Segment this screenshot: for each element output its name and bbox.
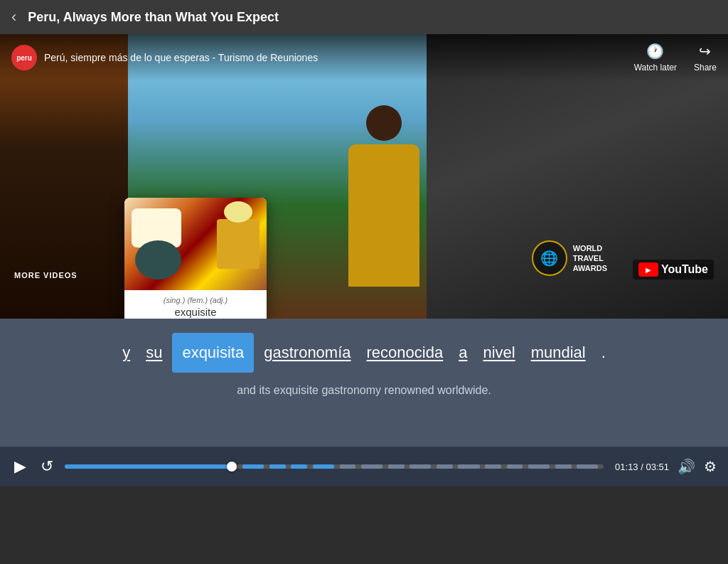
youtube-logo: ▶ YouTube	[633, 260, 714, 280]
tooltip-grammar: (sing.) (fem.) (adj.)	[130, 296, 261, 304]
watch-later-label: Watch later	[634, 63, 677, 73]
share-label: Share	[694, 63, 717, 73]
video-person	[341, 105, 427, 283]
video-title-overlay: Perú, siempre más de lo que esperas - Tu…	[44, 52, 634, 63]
food-small	[224, 201, 252, 223]
page-title: Peru, Always More than What You Expect	[28, 10, 279, 25]
subtitle-spanish-line: y su exquisita gastronomía reconocida a …	[0, 333, 728, 373]
youtube-play-icon: ▶	[638, 262, 658, 277]
back-button[interactable]: ‹	[11, 8, 16, 26]
controls-bar: ▶ ↺ 01:13 / 03:51 🔊 ⚙	[0, 447, 728, 486]
subtitle-word-reconocida[interactable]: reconocida	[361, 336, 449, 370]
person-body	[348, 144, 419, 287]
total-time: 03:51	[646, 462, 669, 472]
tooltip-label-area: (sing.) (fem.) (adj.) exquisite	[124, 290, 267, 319]
time-display: 01:13 / 03:51	[615, 462, 669, 472]
tooltip-image	[124, 198, 267, 290]
subtitle-word-exquisita[interactable]: exquisita	[172, 333, 254, 373]
wta-globe-icon: 🌐	[532, 240, 567, 276]
watch-later-button[interactable]: 🕐 Watch later	[634, 43, 677, 73]
progress-bar[interactable]	[65, 464, 604, 469]
share-icon: ↪	[699, 43, 711, 60]
share-button[interactable]: ↪ Share	[694, 43, 717, 73]
wta-text: WORLDTRAVELAWARDS	[573, 243, 607, 274]
tooltip-word: exquisite	[130, 306, 261, 318]
subtitle-english-translation: and its exquisite gastronomy renowned wo…	[0, 384, 728, 397]
food-fries	[217, 219, 259, 269]
settings-button[interactable]: ⚙	[704, 458, 717, 475]
subtitle-area: y su exquisita gastronomía reconocida a …	[0, 319, 728, 447]
current-time: 01:13	[615, 462, 638, 472]
replay-button[interactable]: ↺	[38, 454, 56, 479]
subtitle-word-mundial[interactable]: mundial	[525, 336, 592, 370]
subtitle-word-period: .	[596, 336, 611, 370]
wta-badge: 🌐 WORLDTRAVELAWARDS	[532, 240, 607, 276]
video-player: peru Perú, siempre más de lo que esperas…	[0, 34, 728, 319]
person-head	[366, 105, 402, 141]
subtitle-word-su[interactable]: su	[140, 336, 168, 370]
subtitle-word-gastronomia[interactable]: gastronomía	[258, 336, 356, 370]
video-overlay-top: peru Perú, siempre más de lo que esperas…	[0, 34, 728, 81]
app-header: ‹ Peru, Always More than What You Expect	[0, 0, 728, 34]
video-actions: 🕐 Watch later ↪ Share	[634, 43, 717, 73]
subtitle-word-a[interactable]: a	[453, 336, 473, 370]
volume-button[interactable]: 🔊	[678, 458, 695, 475]
subtitle-word-y[interactable]: y	[117, 336, 136, 370]
youtube-text: YouTube	[661, 263, 708, 276]
clock-icon: 🕐	[646, 43, 664, 60]
channel-logo: peru	[11, 45, 37, 70]
food-plate-2	[135, 240, 181, 280]
word-tooltip-popup: (sing.) (fem.) (adj.) exquisite	[124, 198, 267, 319]
play-button[interactable]: ▶	[11, 454, 29, 479]
video-background: peru Perú, siempre más de lo que esperas…	[0, 34, 728, 319]
channel-logo-text: peru	[16, 54, 32, 62]
time-separator: /	[638, 462, 646, 472]
subtitle-word-nivel[interactable]: nivel	[477, 336, 520, 370]
progress-thumb[interactable]	[227, 462, 237, 472]
more-videos-label: MORE VIDEOS	[14, 271, 77, 280]
